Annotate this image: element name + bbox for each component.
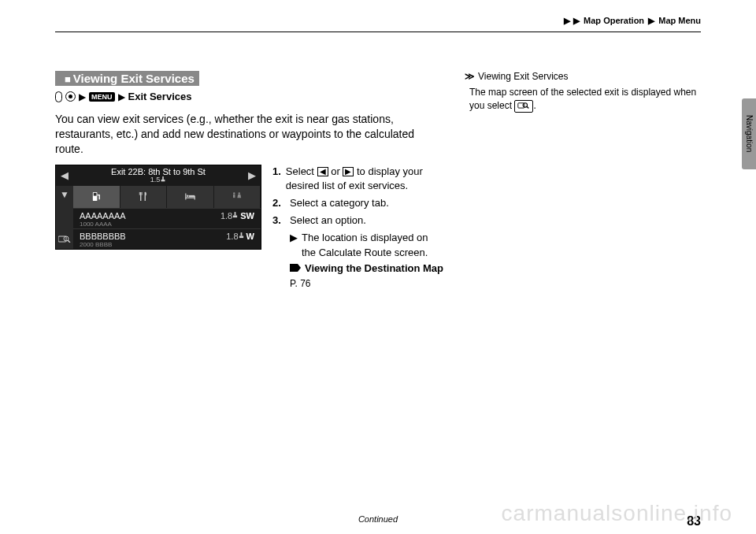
continued-label: Continued <box>358 514 398 524</box>
left-arrow-button-icon: ◀ <box>317 167 328 176</box>
step-text: Select a category tab. <box>290 196 389 210</box>
right-arrow-button-icon: ▶ <box>343 167 354 176</box>
page-number: 83 <box>687 514 701 528</box>
chevron-icon: ▶ <box>648 16 654 25</box>
svg-marker-23 <box>290 264 301 272</box>
fork-knife-icon <box>138 191 148 202</box>
section-heading: ■Viewing Exit Services <box>55 71 199 86</box>
service-direction: SW <box>240 211 254 221</box>
exit-service-row[interactable]: BBBBBBBB 2000 BBBB 1.8 W <box>73 228 261 249</box>
command-path: ▶ MENU ▶ Exit Services <box>55 91 445 102</box>
chevron-icon: ▶ <box>118 91 125 102</box>
cross-reference-title: Viewing the Destination Map <box>305 261 443 276</box>
category-tab-food[interactable] <box>120 186 168 208</box>
step-text: Select ◀ or ▶ to display your desired li… <box>286 165 445 193</box>
svg-line-26 <box>527 106 528 108</box>
chevron-icon: ▶ <box>79 91 86 102</box>
svg-line-4 <box>68 240 70 243</box>
service-distance: 1.8 <box>220 211 232 221</box>
substep-text: The location is displayed on the Calcula… <box>302 231 445 259</box>
service-distance: 1.8 <box>226 232 238 241</box>
voice-icon <box>55 91 62 102</box>
cross-reference-page: P. 76 <box>290 277 445 291</box>
step-number: 3. <box>272 213 285 228</box>
divider <box>55 32 701 32</box>
fuel-pump-icon <box>91 191 102 202</box>
service-address: 1000 AAAA <box>80 221 126 228</box>
svg-rect-21 <box>240 232 242 235</box>
sidebar-body: The map screen of the selected exit is d… <box>465 86 701 113</box>
instruction-steps: 1. Select ◀ or ▶ to display your desired… <box>272 165 445 291</box>
service-direction: W <box>246 232 254 241</box>
reference-arrow-icon <box>290 261 301 276</box>
scroll-down-icon[interactable]: ▼ <box>60 189 69 200</box>
side-tab-navigation: Navigation <box>742 98 756 169</box>
chevron-icon: ▶ <box>573 16 580 25</box>
nav-system-screenshot: ◀ Exit 22B: 8th St to 9th St 1.5 ▶ ▼ <box>55 165 261 250</box>
svg-rect-22 <box>239 235 243 238</box>
svg-rect-20 <box>233 215 237 217</box>
path-target: Exit Services <box>128 91 192 102</box>
svg-point-25 <box>523 102 527 106</box>
breadcrumb-item: Map Menu <box>658 16 701 25</box>
body-paragraph: You can view exit services (e.g., whethe… <box>55 112 445 157</box>
dial-icon <box>65 91 76 102</box>
svg-rect-14 <box>189 195 195 197</box>
svg-rect-0 <box>162 176 164 180</box>
category-tab-rest[interactable] <box>214 186 261 208</box>
bed-icon <box>185 191 195 202</box>
step-text: Select an option. <box>290 213 366 228</box>
svg-point-17 <box>239 192 240 194</box>
exit-distance: 1.5 <box>69 176 248 184</box>
restroom-icon <box>232 191 242 202</box>
square-bullet-icon: ■ <box>65 73 71 85</box>
service-name: BBBBBBBB <box>80 232 126 241</box>
map-zoom-icon[interactable] <box>58 235 71 244</box>
category-tab-fuel[interactable] <box>73 186 120 208</box>
svg-rect-19 <box>235 212 236 215</box>
category-tab-lodging[interactable] <box>167 186 214 208</box>
menu-button-icon: MENU <box>89 92 115 102</box>
svg-rect-6 <box>94 193 97 196</box>
map-magnifier-icon <box>514 100 533 113</box>
svg-rect-1 <box>161 180 165 181</box>
chevron-icon: ▶ <box>564 16 570 25</box>
breadcrumb: ▶▶ Map Operation ▶ Map Menu <box>562 16 701 26</box>
exit-service-row[interactable]: AAAAAAAA 1000 AAAA 1.8 SW <box>73 208 261 228</box>
side-tab-label: Navigation <box>745 115 754 152</box>
svg-point-15 <box>233 192 235 194</box>
step-number: 2. <box>272 196 285 210</box>
next-exit-arrow-icon[interactable]: ▶ <box>248 169 256 181</box>
svg-rect-16 <box>233 195 235 198</box>
double-chevron-icon: ≫ <box>465 71 475 82</box>
svg-marker-18 <box>238 195 242 198</box>
service-name: AAAAAAAA <box>80 211 126 221</box>
sidebar-heading: ≫ Viewing Exit Services <box>465 71 701 82</box>
heading-text: Viewing Exit Services <box>73 72 195 85</box>
svg-point-13 <box>187 195 188 197</box>
prev-exit-arrow-icon[interactable]: ◀ <box>61 169 69 181</box>
step-number: 1. <box>272 165 281 193</box>
substep-marker-icon: ▶ <box>290 231 298 259</box>
sidebar-title: Viewing Exit Services <box>478 71 569 82</box>
service-address: 2000 BBBB <box>80 241 126 248</box>
breadcrumb-item: Map Operation <box>584 16 644 25</box>
